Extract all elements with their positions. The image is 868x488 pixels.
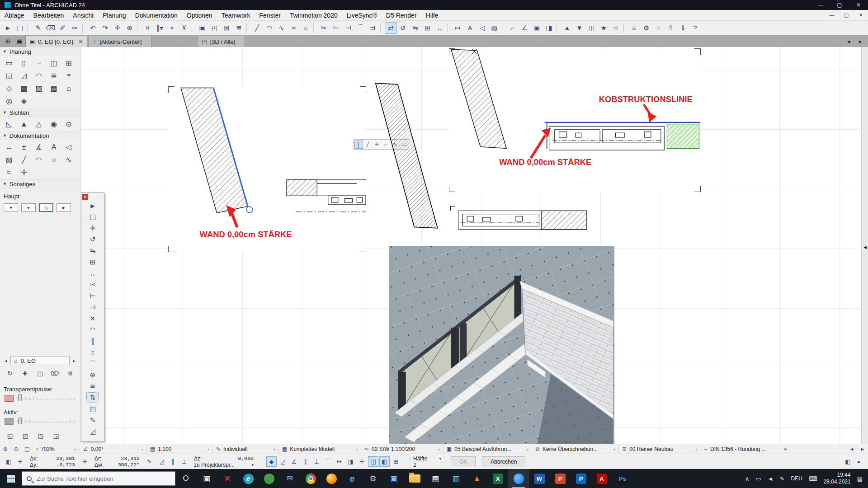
snap-offset-icon[interactable]: ↦ xyxy=(334,456,344,467)
prev-tab-icon[interactable]: ◂ xyxy=(843,36,854,47)
shell-tool[interactable]: ◠ xyxy=(32,70,46,82)
pet-multiply-icon[interactable]: ⊞ xyxy=(86,257,99,267)
single-view-icon[interactable]: ◰ xyxy=(20,431,31,440)
layout-grid-icon[interactable]: ⊞ xyxy=(2,36,14,47)
story-selector[interactable]: ⌂ 0. EG xyxy=(10,356,70,365)
ok-button[interactable]: OK xyxy=(451,456,476,467)
layer-combination[interactable]: ▣ 05 Beispiel Ausführun... › xyxy=(443,444,532,454)
add-story-icon[interactable]: ✚ xyxy=(19,369,30,378)
toolbar-separator[interactable] xyxy=(380,23,383,33)
stretch-icon[interactable]: ↔ xyxy=(434,22,446,34)
section-icon[interactable]: ⌐ xyxy=(506,22,519,34)
close-button[interactable]: ✕ xyxy=(849,0,868,10)
pet-palette-toggle[interactable]: ◇ xyxy=(39,203,53,212)
menu-fenster[interactable]: Fenster xyxy=(255,10,285,20)
snap-arc-icon[interactable]: ⌒ xyxy=(323,456,333,467)
eraser-icon[interactable]: ⌫ xyxy=(44,22,57,34)
multiply-icon[interactable]: ⊞ xyxy=(421,22,434,34)
fillet-icon[interactable]: ⌒ xyxy=(354,22,367,34)
photoshop-icon[interactable]: Ps xyxy=(612,469,633,488)
inject-parameters-icon[interactable]: ✑ xyxy=(69,22,81,34)
perpendicular-snap-icon[interactable]: ⊥ xyxy=(179,456,189,467)
menu-optionen[interactable]: Optionen xyxy=(182,10,217,20)
groups-icon[interactable]: ▣ xyxy=(196,22,208,34)
coord-origin-icon[interactable]: ✛ xyxy=(15,456,25,467)
pet-marquee-icon[interactable]: ▢ xyxy=(86,211,99,222)
move-icon[interactable]: ⇄ xyxy=(385,22,397,34)
zoom-out-icon[interactable]: ⊖ xyxy=(11,446,22,452)
elevation-icon[interactable]: ∠ xyxy=(519,22,531,34)
snap-cross-icon[interactable]: ✛ xyxy=(357,456,367,467)
chart-app-icon[interactable]: ▥ xyxy=(446,469,467,488)
orientation[interactable]: ∠ 0,00° › xyxy=(80,444,146,454)
pet-mirror-icon[interactable]: ⇋ xyxy=(86,245,99,256)
trace-color-swatch[interactable] xyxy=(5,395,14,402)
label-tool[interactable]: ◁ xyxy=(61,141,76,153)
pane-splitter-arrow-icon[interactable]: ◄ xyxy=(863,244,868,250)
fill-tool[interactable]: ▨ xyxy=(2,154,16,166)
railing-tool[interactable]: ≡ xyxy=(61,70,76,82)
virtual-trace-icon[interactable]: ◫ xyxy=(585,22,598,34)
xy-coordinate-display[interactable]: Δx:23,301 Δy:-0,723 xyxy=(30,455,75,468)
draft-line-icon[interactable]: │ xyxy=(354,141,363,149)
interior-elevation-tool[interactable]: △ xyxy=(32,118,46,130)
story-settings-icon[interactable]: ⚙ xyxy=(65,369,75,378)
curtain-wall-tool[interactable]: ▤ xyxy=(47,82,61,94)
structure-display[interactable]: ▦ Komplettes Modell › xyxy=(278,444,361,454)
gravity-icon[interactable]: ⊻ xyxy=(178,22,190,34)
search-input[interactable] xyxy=(36,475,170,483)
slider-knob[interactable] xyxy=(18,418,22,424)
pan-icon[interactable]: ✛ xyxy=(111,22,123,34)
arrow-tool-icon[interactable]: ► xyxy=(2,22,14,34)
pet-rotate-icon[interactable]: ↺ xyxy=(86,234,99,245)
delete-icon[interactable]: ⌦ xyxy=(50,369,60,378)
pet-split-icon[interactable]: ⊢ xyxy=(86,291,99,301)
trace-intensity-slider[interactable] xyxy=(17,397,75,399)
teamwork-receive-icon[interactable]: ⇓ xyxy=(677,22,689,34)
menu-dokumentation[interactable]: Dokumentation xyxy=(131,10,182,20)
snap-parallel-icon[interactable]: ∥ xyxy=(300,456,311,467)
drawing-canvas[interactable]: WAND 0,00cm STÄRKE │╱✛⌐∿▭ xyxy=(80,47,868,444)
zoom-in-icon[interactable]: ⊕ xyxy=(0,446,11,452)
text-icon[interactable]: A xyxy=(464,22,476,34)
snap-half-icon[interactable]: ◿ xyxy=(278,456,288,467)
dimension-tool[interactable]: ↔ xyxy=(2,141,16,153)
next-tab-icon[interactable]: ▸ xyxy=(854,36,866,47)
line-tool[interactable]: ╱ xyxy=(17,154,31,166)
section-sonstiges[interactable]: ▼ Sonstiges xyxy=(0,179,80,188)
redo-icon[interactable]: ↷ xyxy=(99,22,111,34)
pen-set[interactable]: ✑ 02 S/W 1:100/200 › xyxy=(361,444,443,454)
parallel-snap-icon[interactable]: ∥ xyxy=(168,456,178,467)
spline-tool[interactable]: ≈ xyxy=(2,166,16,178)
menu-ansicht[interactable]: Ansicht xyxy=(68,10,98,20)
camera-icon[interactable]: ◉ xyxy=(531,22,543,34)
pet-offset-all-icon[interactable]: ≡ xyxy=(86,347,99,358)
camera-tool[interactable]: ◉ xyxy=(47,118,61,130)
snap-special-1-icon[interactable]: ◫ xyxy=(368,456,378,467)
zone-tool[interactable]: ▨ xyxy=(32,82,46,94)
zoom-level[interactable]: ‹ 703% › xyxy=(33,444,80,454)
hotspot-tool[interactable]: ✛ xyxy=(17,166,31,178)
pet-curve-edge-icon[interactable]: ⌒ xyxy=(86,358,99,369)
pick-up-parameters-icon[interactable]: ✐ xyxy=(57,22,69,34)
lock-icon[interactable]: ⊠ xyxy=(221,22,233,34)
doc-maximize-button[interactable]: ▢ xyxy=(839,12,854,18)
mesh-tool[interactable]: ▦ xyxy=(17,82,31,94)
undo-icon[interactable]: ↶ xyxy=(87,22,99,34)
roof-tool[interactable]: ◿ xyxy=(17,70,31,82)
toolbar-separator[interactable] xyxy=(246,23,250,33)
display-icon[interactable]: ▭ xyxy=(755,475,761,482)
vertical-scrollbar[interactable]: ◄ xyxy=(861,47,868,444)
touch-keyboard-icon[interactable]: ⌨ xyxy=(809,475,817,482)
help-icon[interactable]: ? xyxy=(689,22,701,34)
toolbar-separator[interactable] xyxy=(192,23,195,33)
pet-segment-icon[interactable]: ≋ xyxy=(86,381,99,392)
polar-coords-icon[interactable]: ✛ xyxy=(80,456,90,467)
refresh-icon[interactable]: ↻ xyxy=(5,369,15,378)
lamp-tool[interactable]: ◎ xyxy=(2,95,16,107)
settings-icon[interactable]: ⚙ xyxy=(640,22,652,34)
opening-tool[interactable]: ◈ xyxy=(17,95,31,107)
story-prev-icon[interactable]: ◂ xyxy=(3,358,9,364)
line-tool-icon[interactable]: ╱ xyxy=(251,22,263,34)
cancel-button[interactable]: Abbrechen xyxy=(482,456,525,467)
